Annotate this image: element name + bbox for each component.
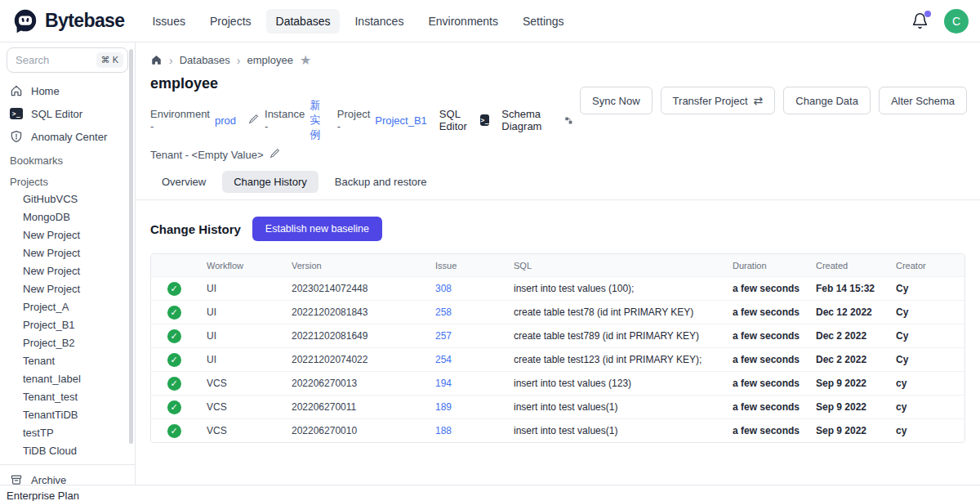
sql-editor-shortcut[interactable]: SQL Editor >_ xyxy=(439,108,489,132)
version-cell: 202206270010 xyxy=(282,425,425,436)
search-input[interactable] xyxy=(16,54,79,66)
sync-now-button[interactable]: Sync Now xyxy=(580,87,653,114)
table-row[interactable]: ✓ VCS 202206270010 188 insert into test … xyxy=(151,418,964,442)
table-body: ✓ UI 20230214072448 308 insert into test… xyxy=(151,276,964,442)
project-list-item[interactable]: New Project xyxy=(0,262,135,280)
sql-cell: create table test123 (id int PRIMARY KEY… xyxy=(504,354,723,365)
tab-backup-and-restore[interactable]: Backup and restore xyxy=(323,171,439,193)
issue-link[interactable]: 258 xyxy=(435,306,452,318)
sidebar-item-archive[interactable]: Archive xyxy=(0,468,135,485)
success-check-icon: ✓ xyxy=(167,377,181,391)
breadcrumb-database-name[interactable]: employee xyxy=(247,54,293,66)
project-list-item[interactable]: Tenant xyxy=(0,352,135,370)
created-cell: Feb 14 15:32 xyxy=(806,283,886,294)
archive-icon xyxy=(10,473,23,485)
created-cell: Sep 9 2022 xyxy=(806,425,886,436)
project-list-item[interactable]: testTP xyxy=(0,424,135,442)
transfer-project-button[interactable]: Transfer Project ⇄ xyxy=(661,87,776,114)
issue-link[interactable]: 189 xyxy=(435,401,452,413)
change-data-button[interactable]: Change Data xyxy=(783,87,871,114)
establish-baseline-button[interactable]: Establish new baseline xyxy=(252,217,382,241)
nav-item-issues[interactable]: Issues xyxy=(142,9,194,34)
version-cell: 202206270013 xyxy=(282,378,425,389)
instance-link[interactable]: 新实例 xyxy=(310,98,325,142)
project-list-item[interactable]: TiDB Cloud xyxy=(0,442,135,460)
favorite-star-icon[interactable]: ★ xyxy=(300,52,311,68)
duration-cell: a few seconds xyxy=(723,306,806,318)
nav-item-projects[interactable]: Projects xyxy=(200,9,261,34)
column-header: Duration xyxy=(723,261,806,271)
issue-link[interactable]: 257 xyxy=(435,330,452,342)
project-list-item[interactable]: tenant_label xyxy=(0,370,135,388)
table-row[interactable]: ✓ UI 20221202074022 254 create table tes… xyxy=(151,347,964,371)
table-row[interactable]: ✓ UI 20221202081649 257 create table tes… xyxy=(151,324,964,347)
schema-diagram-shortcut[interactable]: Schema Diagram xyxy=(501,108,573,132)
project-list-item[interactable]: Project_B2 xyxy=(0,334,135,352)
created-cell: Sep 9 2022 xyxy=(806,378,886,389)
project-list-item[interactable]: New Project xyxy=(0,280,135,298)
search-box[interactable]: ⌘ K xyxy=(7,47,128,73)
workflow-cell: UI xyxy=(197,283,282,294)
project-link[interactable]: Project_B1 xyxy=(375,114,427,127)
edit-pencil-icon[interactable] xyxy=(270,148,280,161)
nav-item-instances[interactable]: Instances xyxy=(345,9,413,34)
creator-cell: Cy xyxy=(886,330,964,342)
creator-cell: Cy xyxy=(886,354,964,365)
status-cell: ✓ xyxy=(151,377,197,391)
issue-cell: 194 xyxy=(425,378,504,389)
sidebar-item-anomaly-center[interactable]: Anomaly Center xyxy=(0,125,135,148)
sidebar-scrollbar[interactable] xyxy=(129,49,133,444)
breadcrumb-home-icon[interactable] xyxy=(150,54,163,66)
project-list-item[interactable]: TenantTiDB xyxy=(0,406,135,424)
database-meta: Environment - prod Instance - 新实例 Projec… xyxy=(150,98,580,161)
tab-change-history[interactable]: Change History xyxy=(222,171,318,193)
sidebar-item-label: Home xyxy=(31,85,60,97)
nav-item-environments[interactable]: Environments xyxy=(418,9,508,34)
breadcrumb-databases[interactable]: Databases xyxy=(180,54,230,66)
alter-schema-button[interactable]: Alter Schema xyxy=(879,87,967,114)
change-history-header: Change History Establish new baseline xyxy=(150,217,967,241)
instance-segment: Instance - 新实例 xyxy=(265,98,325,142)
user-avatar[interactable]: C xyxy=(944,9,969,34)
issue-link[interactable]: 254 xyxy=(435,354,452,365)
project-list-item[interactable]: Project_B1 xyxy=(0,316,135,334)
bytebase-logo-icon xyxy=(11,7,39,35)
table-row[interactable]: ✓ VCS 202206270011 189 insert into test … xyxy=(151,395,964,418)
sidebar-divider xyxy=(0,464,135,465)
bytebase-logo[interactable]: Bytebase xyxy=(11,7,124,35)
plan-footer: Enterprise Plan xyxy=(0,485,980,501)
project-list-item[interactable]: Project_A xyxy=(0,298,135,316)
project-list-item[interactable]: Tenant_test xyxy=(0,388,135,406)
database-meta-row: Environment - prod Instance - 新实例 Projec… xyxy=(150,98,967,161)
project-list-item[interactable]: GitHubVCS xyxy=(0,190,135,208)
version-cell: 20221202081649 xyxy=(282,330,425,342)
nav-item-databases[interactable]: Databases xyxy=(266,9,341,34)
plan-label: Enterprise Plan xyxy=(7,490,79,501)
duration-cell: a few seconds xyxy=(723,330,806,342)
issue-link[interactable]: 194 xyxy=(435,378,452,389)
table-row[interactable]: ✓ VCS 202206270013 194 insert into test … xyxy=(151,371,964,395)
table-row[interactable]: ✓ UI 20230214072448 308 insert into test… xyxy=(151,276,964,300)
tab-overview[interactable]: Overview xyxy=(150,171,217,193)
project-list-item[interactable]: New Project xyxy=(0,226,135,244)
sidebar-item-home[interactable]: Home xyxy=(0,79,135,102)
creator-cell: cy xyxy=(886,378,964,389)
action-buttons: Sync Now Transfer Project ⇄ Change Data … xyxy=(580,87,967,114)
tab-content: Change History Establish new baseline Wo… xyxy=(150,200,967,443)
database-tabs: Overview Change History Backup and resto… xyxy=(136,171,980,200)
issue-link[interactable]: 188 xyxy=(435,425,452,436)
notification-bell-icon[interactable] xyxy=(911,12,929,30)
table-row[interactable]: ✓ UI 20221202081843 258 create table tes… xyxy=(151,300,964,324)
version-cell: 202206270011 xyxy=(282,401,425,413)
duration-cell: a few seconds xyxy=(723,425,806,436)
projects-section-label: Projects xyxy=(0,169,135,190)
project-list-item[interactable]: New Project xyxy=(0,244,135,262)
sidebar-item-sql-editor[interactable]: >_ SQL Editor xyxy=(0,102,135,125)
issue-cell: 308 xyxy=(425,283,504,294)
issue-link[interactable]: 308 xyxy=(435,283,452,294)
project-list-item[interactable]: MongoDB xyxy=(0,208,135,226)
environment-link[interactable]: prod xyxy=(215,114,236,127)
topnav-right: C xyxy=(911,9,969,34)
sql-cell: insert into test values (123) xyxy=(504,378,723,389)
nav-item-settings[interactable]: Settings xyxy=(513,9,574,34)
